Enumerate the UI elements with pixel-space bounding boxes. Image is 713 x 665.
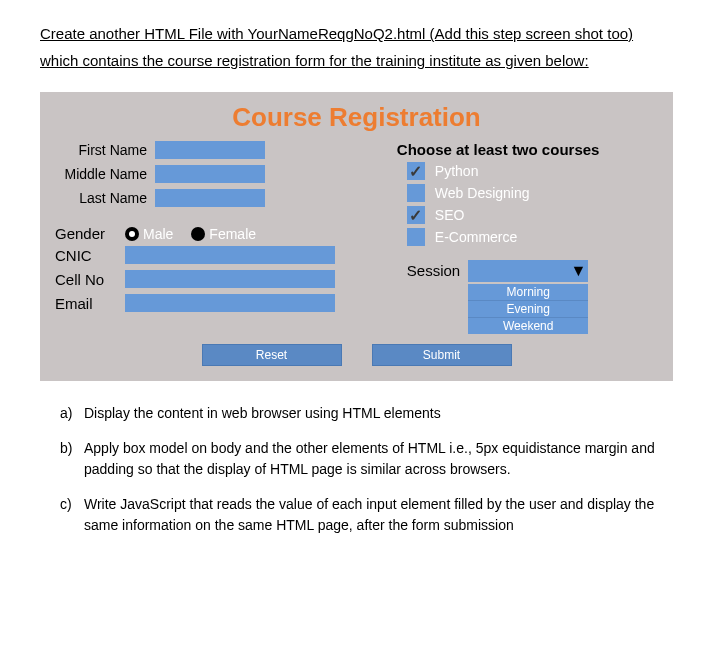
questions-list: a) Display the content in web browser us… — [40, 403, 673, 536]
middle-name-input[interactable] — [155, 165, 265, 183]
session-option-evening[interactable]: Evening — [468, 301, 588, 318]
session-option-weekend[interactable]: Weekend — [468, 318, 588, 334]
session-option-morning[interactable]: Morning — [468, 284, 588, 301]
question-b-letter: b) — [60, 438, 84, 480]
registration-form: Course Registration First Name Middle Na… — [40, 92, 673, 381]
email-input[interactable] — [125, 294, 335, 312]
python-checkbox[interactable]: ✓ — [407, 162, 425, 180]
chevron-down-icon: ▼ — [570, 262, 586, 280]
question-a-text: Display the content in web browser using… — [84, 403, 673, 424]
male-label: Male — [143, 226, 173, 242]
ecommerce-checkbox[interactable] — [407, 228, 425, 246]
instruction-text: Create another HTML File with YourNameRe… — [40, 20, 673, 74]
seo-checkbox[interactable]: ✓ — [407, 206, 425, 224]
email-label: Email — [55, 295, 125, 312]
middle-name-label: Middle Name — [55, 166, 155, 182]
reset-button[interactable]: Reset — [202, 344, 342, 366]
last-name-input[interactable] — [155, 189, 265, 207]
cnic-label: CNIC — [55, 247, 125, 264]
question-a-letter: a) — [60, 403, 84, 424]
male-radio[interactable] — [125, 227, 139, 241]
courses-heading: Choose at least two courses — [387, 141, 658, 158]
first-name-input[interactable] — [155, 141, 265, 159]
first-name-label: First Name — [55, 142, 155, 158]
seo-label: SEO — [435, 207, 465, 223]
cnic-input[interactable] — [125, 246, 335, 264]
session-dropdown[interactable]: ▼ — [468, 260, 588, 282]
ecommerce-label: E-Commerce — [435, 229, 517, 245]
session-options-list: Morning Evening Weekend — [468, 284, 588, 334]
question-b-text: Apply box model on body and the other el… — [84, 438, 673, 480]
female-label: Female — [209, 226, 256, 242]
python-label: Python — [435, 163, 479, 179]
web-designing-label: Web Designing — [435, 185, 530, 201]
gender-label: Gender — [55, 225, 125, 242]
form-title: Course Registration — [55, 102, 658, 133]
last-name-label: Last Name — [55, 190, 155, 206]
female-radio[interactable] — [191, 227, 205, 241]
web-designing-checkbox[interactable] — [407, 184, 425, 202]
cell-no-label: Cell No — [55, 271, 125, 288]
session-label: Session — [407, 260, 460, 279]
question-c-text: Write JavaScript that reads the value of… — [84, 494, 673, 536]
cell-no-input[interactable] — [125, 270, 335, 288]
question-c-letter: c) — [60, 494, 84, 536]
submit-button[interactable]: Submit — [372, 344, 512, 366]
